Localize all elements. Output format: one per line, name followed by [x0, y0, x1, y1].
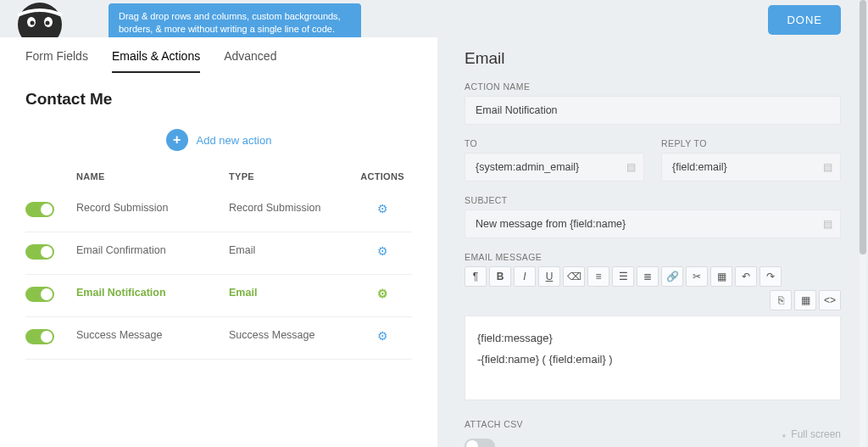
add-action-label: Add new action: [197, 134, 272, 147]
editor-line: -{field:name} ( {field:email} ): [477, 349, 828, 371]
label-action-name: ACTION NAME: [465, 81, 841, 92]
svg-point-0: [18, 3, 62, 37]
merge-tag-icon[interactable]: ▤: [823, 161, 832, 173]
action-name: Record Submission: [76, 190, 229, 232]
editor-toolbar-secondary: ⎘ ▦ <>: [465, 290, 841, 310]
right-panel: Email ACTION NAME TO ▤ REPLY TO ▤ SUBJEC…: [437, 37, 868, 447]
subject-input[interactable]: [465, 210, 841, 238]
panel-title: Email: [465, 49, 841, 68]
paragraph-icon[interactable]: ¶: [465, 266, 487, 287]
ordered-list-icon[interactable]: ≡: [587, 266, 609, 287]
gear-icon[interactable]: ⚙: [377, 202, 388, 215]
actions-table: NAME TYPE ACTIONS Record Submission Reco…: [25, 166, 412, 360]
grid-icon[interactable]: ▦: [794, 290, 816, 310]
gear-icon[interactable]: ⚙: [377, 329, 388, 343]
action-name: Success Message: [76, 317, 229, 360]
app-logo: [15, 0, 64, 37]
underline-icon[interactable]: U: [538, 266, 560, 287]
attach-csv-toggle[interactable]: [465, 439, 495, 447]
action-name: Email Notification: [76, 275, 229, 317]
reply-to-input[interactable]: [661, 153, 841, 182]
toggle-switch[interactable]: [25, 329, 54, 344]
table-row[interactable]: Email Confirmation Email ⚙: [25, 232, 412, 275]
tab-emails-actions[interactable]: Emails & Actions: [112, 49, 200, 73]
merge-tag-icon[interactable]: ▤: [626, 161, 636, 173]
col-type-header: TYPE: [229, 166, 353, 190]
toggle-switch[interactable]: [25, 244, 54, 260]
table-row[interactable]: Success Message Success Message ⚙: [25, 317, 412, 360]
tab-advanced[interactable]: Advanced: [224, 49, 276, 73]
merge-tag-icon[interactable]: ▤: [823, 218, 832, 230]
tab-form-fields[interactable]: Form Fields: [25, 49, 88, 73]
table-row[interactable]: Email Notification Email ⚙: [25, 275, 412, 317]
svg-point-4: [46, 21, 50, 25]
redo-icon[interactable]: ↷: [760, 266, 782, 287]
action-type: Email: [229, 275, 353, 317]
action-type: Email: [229, 232, 353, 275]
editor-line: {field:message}: [477, 328, 828, 349]
fullscreen-button[interactable]: Full screen: [782, 428, 841, 440]
gear-icon[interactable]: ⚙: [377, 287, 388, 300]
settings-tabs: Form Fields Emails & Actions Advanced: [25, 37, 412, 73]
label-reply-to: REPLY TO: [661, 138, 841, 148]
link-remove-icon[interactable]: ⌫: [563, 266, 585, 287]
toggle-switch[interactable]: [25, 202, 54, 217]
action-type: Record Submission: [229, 190, 353, 232]
bold-icon[interactable]: B: [489, 266, 511, 287]
unlink-icon[interactable]: ✂: [686, 266, 708, 287]
left-panel: Form Fields Emails & Actions Advanced Co…: [0, 37, 437, 447]
table-icon[interactable]: ▦: [710, 266, 732, 287]
align-icon[interactable]: ≣: [637, 266, 659, 287]
unordered-list-icon[interactable]: ☰: [612, 266, 634, 287]
done-button[interactable]: DONE: [768, 5, 841, 35]
code-icon[interactable]: <>: [819, 290, 841, 310]
editor-toolbar: ¶ B I U ⌫ ≡ ☰ ≣ 🔗 ✂ ▦ ↶ ↷: [465, 266, 841, 287]
undo-icon[interactable]: ↶: [735, 266, 757, 287]
to-input[interactable]: [465, 153, 644, 182]
gear-icon[interactable]: ⚙: [377, 244, 388, 258]
action-name-input[interactable]: [465, 96, 841, 125]
media-icon[interactable]: ⎘: [770, 290, 792, 310]
table-row[interactable]: Record Submission Record Submission ⚙: [25, 190, 412, 232]
page-title: Contact Me: [25, 90, 412, 109]
plus-icon: +: [166, 129, 188, 151]
page-scrollbar[interactable]: [860, 0, 866, 447]
italic-icon[interactable]: I: [514, 266, 536, 287]
help-tooltip: Drag & drop rows and columns, custom bac…: [108, 3, 361, 42]
add-new-action[interactable]: + Add new action: [25, 129, 412, 151]
label-email-message: EMAIL MESSAGE: [465, 252, 841, 262]
action-name: Email Confirmation: [76, 232, 229, 275]
svg-point-3: [31, 21, 35, 25]
col-name-header: NAME: [76, 166, 229, 190]
toggle-switch[interactable]: [25, 287, 54, 302]
col-actions-header: ACTIONS: [353, 166, 412, 190]
label-to: TO: [465, 138, 644, 148]
action-type: Success Message: [229, 317, 353, 360]
link-icon[interactable]: 🔗: [661, 266, 683, 287]
email-message-editor[interactable]: {field:message} -{field:name} ( {field:e…: [465, 316, 841, 400]
label-subject: SUBJECT: [465, 195, 841, 205]
